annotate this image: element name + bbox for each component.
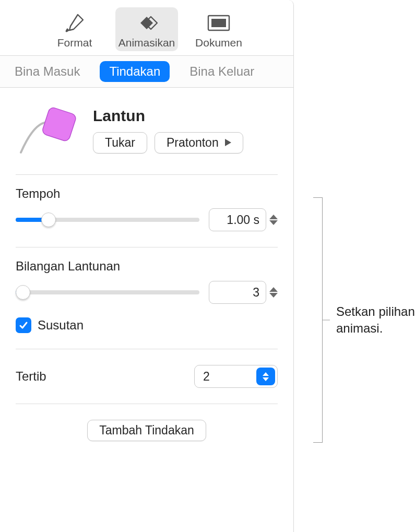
effect-title: Lantun: [93, 107, 278, 125]
animate-icon: [131, 10, 162, 36]
document-icon: [206, 10, 232, 36]
order-select[interactable]: 2: [194, 365, 278, 388]
add-action-label: Tambah Tindakan: [99, 423, 194, 438]
bounces-slider[interactable]: [16, 285, 199, 300]
chevron-up-icon: [269, 215, 278, 219]
decay-row: Susutan: [16, 317, 278, 333]
content-area: Lantun Tukar Pratonton Tempoh: [0, 88, 293, 441]
effect-header: Lantun Tukar Pratonton: [16, 101, 278, 159]
paintbrush-icon: [63, 10, 86, 36]
chevron-up-icon: [269, 287, 278, 292]
tab-action[interactable]: Tindakan: [100, 61, 170, 82]
tab-bar: Bina Masuk Tindakan Bina Keluar: [0, 56, 293, 88]
order-value: 2: [203, 370, 210, 384]
duration-stepper-arrows[interactable]: [269, 215, 278, 225]
callout-bracket: [313, 197, 323, 443]
format-tool[interactable]: Format: [43, 7, 106, 51]
duration-section: Tempoh: [16, 175, 278, 231]
tab-build-out[interactable]: Bina Keluar: [180, 61, 264, 82]
add-action-button[interactable]: Tambah Tindakan: [87, 420, 206, 441]
duration-slider[interactable]: [16, 212, 199, 228]
inspector-panel: Format Animasikan Dokumen Bina Masuk Tin: [0, 0, 294, 532]
chevron-down-icon: [269, 293, 278, 298]
chevron-down-icon: [269, 220, 278, 225]
svg-rect-1: [211, 19, 226, 27]
select-knob-icon: [256, 368, 275, 385]
order-label: Tertib: [16, 369, 46, 384]
animate-label: Animasikan: [118, 37, 175, 49]
bounces-stepper-arrows[interactable]: [269, 287, 278, 298]
animate-tool[interactable]: Animasikan: [115, 7, 178, 51]
change-button-label: Tukar: [105, 136, 135, 150]
tab-build-in[interactable]: Bina Masuk: [5, 61, 89, 82]
bounces-section: Bilangan Lantunan: [16, 247, 278, 333]
bounce-effect-icon: [16, 101, 84, 159]
duration-label: Tempoh: [16, 186, 278, 201]
order-section: Tertib 2: [16, 349, 278, 388]
duration-stepper: [209, 208, 278, 231]
decay-label: Susutan: [38, 318, 84, 333]
toolbar: Format Animasikan Dokumen: [0, 0, 293, 56]
document-tool[interactable]: Dokumen: [187, 7, 250, 51]
format-label: Format: [57, 37, 92, 49]
callout: Setkan pilihan animasi.: [313, 197, 415, 443]
preview-button-label: Pratonton: [167, 136, 219, 150]
callout-text: Setkan pilihan animasi.: [336, 303, 415, 337]
bounces-stepper: [209, 281, 278, 304]
bounces-input[interactable]: [209, 281, 266, 304]
play-icon: [225, 139, 231, 146]
svg-rect-2: [41, 107, 77, 142]
preview-button[interactable]: Pratonton: [155, 132, 243, 153]
document-label: Dokumen: [195, 37, 242, 49]
bounces-label: Bilangan Lantunan: [16, 259, 278, 274]
change-button[interactable]: Tukar: [93, 132, 147, 153]
duration-input[interactable]: [209, 208, 266, 231]
decay-checkbox[interactable]: [16, 317, 31, 333]
